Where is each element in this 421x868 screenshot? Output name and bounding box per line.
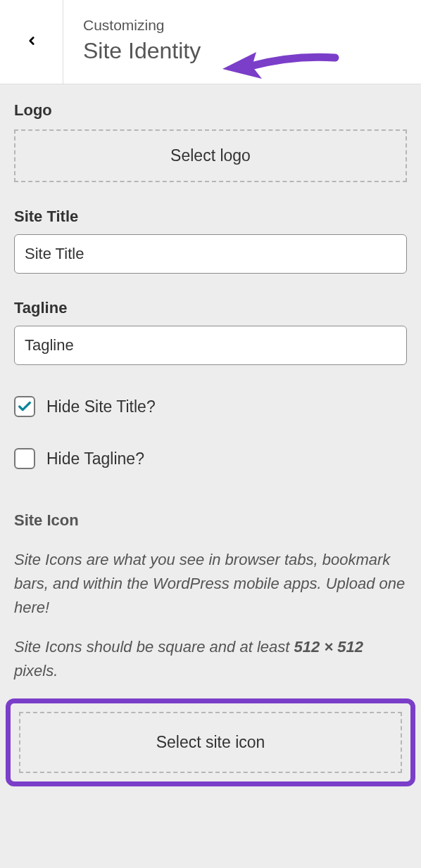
site-icon-desc2-post: pixels. (14, 662, 58, 679)
site-icon-desc2-pre: Site Icons should be square and at least (14, 638, 294, 656)
hide-tagline-row: Hide Tagline? (14, 448, 407, 469)
hide-tagline-checkbox[interactable] (14, 448, 35, 469)
back-button[interactable] (0, 0, 63, 84)
annotation-highlight-box: Select site icon (6, 698, 415, 786)
customizer-panel: Logo Select logo Site Title Tagline Hide… (0, 84, 421, 800)
tagline-label: Tagline (14, 299, 407, 317)
site-title-label: Site Title (14, 208, 407, 226)
hide-site-title-checkbox[interactable] (14, 396, 35, 417)
header-titles: Customizing Site Identity (63, 0, 421, 84)
logo-label: Logo (14, 101, 407, 120)
hide-site-title-row: Hide Site Title? (14, 396, 407, 417)
site-icon-description-1: Site Icons are what you see in browser t… (14, 548, 407, 620)
tagline-input[interactable] (14, 326, 407, 365)
hide-tagline-label: Hide Tagline? (46, 449, 144, 468)
site-icon-desc2-bold: 512 × 512 (294, 638, 363, 656)
select-logo-button[interactable]: Select logo (14, 129, 407, 182)
site-icon-description-2: Site Icons should be square and at least… (14, 635, 407, 683)
customizing-label: Customizing (83, 17, 401, 34)
hide-site-title-label: Hide Site Title? (46, 397, 156, 416)
customizer-header: Customizing Site Identity (0, 0, 421, 84)
page-title: Site Identity (83, 38, 401, 64)
site-title-input[interactable] (14, 234, 407, 274)
chevron-left-icon (25, 34, 38, 49)
site-icon-heading: Site Icon (14, 511, 407, 530)
select-site-icon-button[interactable]: Select site icon (19, 712, 402, 773)
